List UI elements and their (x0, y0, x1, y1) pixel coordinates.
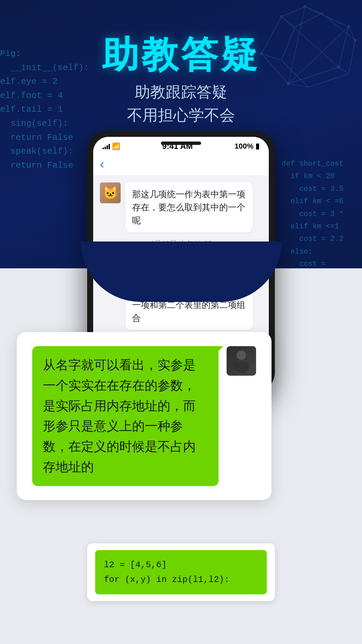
signal-icon (103, 143, 110, 149)
cat-avatar-icon: 🐱 (100, 182, 121, 203)
svg-point-23 (304, 5, 306, 8)
user-avatar-1: 🐱 (100, 182, 121, 203)
battery-percent: 100% (235, 142, 253, 151)
wifi-icon: 📶 (112, 142, 120, 150)
svg-line-7 (282, 7, 305, 17)
back-button[interactable]: ‹ (100, 157, 104, 171)
sender-avatar-icon (227, 346, 256, 376)
svg-point-24 (347, 25, 350, 28)
navigation-bar: ‹ (93, 154, 269, 176)
code-background-right: def short_cost if km < 20 cost = 3.5 eli… (282, 158, 362, 271)
code-block: l2 = [4,5,6] for (x,y) in zip(l1,l2): (95, 550, 267, 594)
code-line-2: for (x,y) in zip(l1,l2): (104, 572, 258, 587)
floating-reply-card: 从名字就可以看出，实参是一个实实在在存在的参数，是实际占用内存地址的，而形参只是… (17, 332, 272, 500)
sent-message-large: 从名字就可以看出，实参是一个实实在在存在的参数，是实际占用内存地址的，而形参只是… (32, 346, 256, 486)
svg-point-29 (321, 12, 323, 14)
phone-notch (161, 142, 201, 145)
svg-line-14 (305, 7, 322, 13)
subtitle-line2: 不用担心学不会 (0, 104, 362, 127)
subtitle-line1: 助教跟踪答疑 (0, 80, 362, 104)
battery-icon: ▮ (255, 142, 259, 151)
status-bar: 📶 9:41 AM 100% ▮ (93, 137, 269, 154)
svg-line-2 (305, 7, 349, 27)
page-title: 助教答疑 (0, 30, 362, 80)
code-line-1: l2 = [4,5,6] (104, 557, 258, 572)
phone-shadow-arc (80, 241, 282, 302)
bottom-code-card: l2 = [4,5,6] for (x,y) in zip(l1,l2): (87, 543, 275, 601)
sent-bubble-large: 从名字就可以看出，实参是一个实实在在存在的参数，是实际占用内存地址的，而形参只是… (32, 346, 219, 486)
svg-point-28 (280, 15, 283, 18)
status-right: 100% ▮ (235, 142, 259, 151)
svg-line-13 (295, 13, 322, 27)
sender-avatar (227, 346, 256, 376)
message-bubble-1: 那这几项统一作为表中第一项存在，要怎么取到其中的一个呢 (125, 182, 253, 232)
status-left: 📶 (103, 142, 120, 150)
svg-point-31 (237, 351, 246, 360)
subtitle: 助教跟踪答疑 不用担心学不会 (0, 80, 362, 127)
message-received-1: 🐱 那这几项统一作为表中第一项存在，要怎么取到其中的一个呢 (100, 182, 262, 232)
svg-rect-33 (234, 362, 249, 370)
